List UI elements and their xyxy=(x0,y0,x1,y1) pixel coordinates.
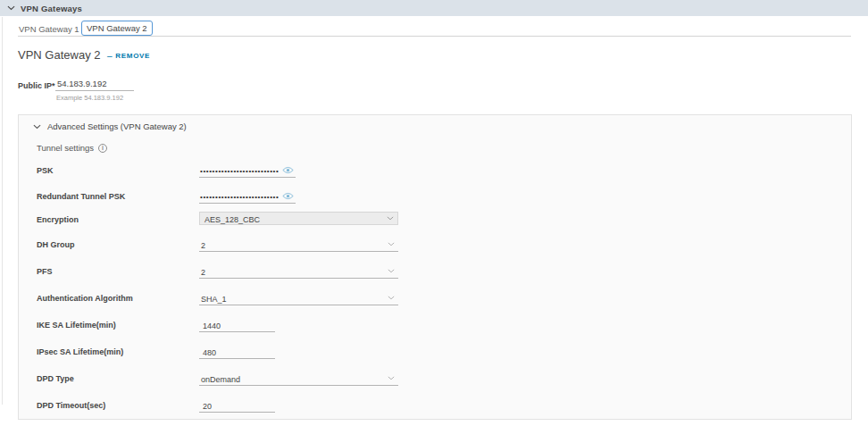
pfs-select[interactable]: 2 xyxy=(199,265,398,279)
dpd-type-label: DPD Type xyxy=(37,374,74,383)
ipsec-sa-lifetime-label: IPsec SA Lifetime(min) xyxy=(37,347,123,356)
encryption-row: Encryption AES_128_CBC xyxy=(19,212,851,227)
eye-icon[interactable] xyxy=(282,192,294,200)
public-ip-label: Public IP* xyxy=(18,81,55,90)
remove-gateway-button[interactable]: – REMOVE xyxy=(107,51,150,61)
chevron-down-icon xyxy=(388,269,395,273)
redundant-psk-input[interactable]: •••••••••••••••••••••••••• xyxy=(199,190,296,204)
ipsec-sa-lifetime-row: IPsec SA Lifetime(min) 480 xyxy=(19,346,851,361)
tunnel-settings-row: Tunnel settings i xyxy=(37,143,107,153)
advanced-settings-header[interactable]: Advanced Settings (VPN Gateway 2) xyxy=(33,121,187,131)
psk-label: PSK xyxy=(37,166,54,175)
auth-algorithm-value: SHA_1 xyxy=(201,295,227,304)
auth-algorithm-select[interactable]: SHA_1 xyxy=(199,292,398,305)
psk-input[interactable]: •••••••••••••••••••••••••• xyxy=(199,164,296,178)
tunnel-settings-label: Tunnel settings xyxy=(37,143,94,153)
psk-masked-value: •••••••••••••••••••••••••• xyxy=(200,167,279,175)
dpd-timeout-label: DPD Timeout(sec) xyxy=(37,401,105,410)
public-ip-input[interactable]: 54.183.9.192 xyxy=(55,79,134,91)
chevron-down-icon xyxy=(387,216,394,221)
ike-sa-lifetime-value: 1440 xyxy=(203,322,221,330)
vpn-gateways-accordion-header[interactable]: VPN Gateways xyxy=(0,0,868,16)
eye-icon[interactable] xyxy=(282,166,294,174)
accordion-title: VPN Gateways xyxy=(21,4,82,13)
chevron-down-icon xyxy=(388,296,395,300)
encryption-label: Encryption xyxy=(37,215,79,224)
tabs-underline xyxy=(18,36,851,37)
dh-group-row: DH Group 2 xyxy=(19,238,851,254)
remove-label: REMOVE xyxy=(115,52,150,60)
advanced-settings-panel: Advanced Settings (VPN Gateway 2) Tunnel… xyxy=(18,114,852,420)
encryption-select[interactable]: AES_128_CBC xyxy=(199,212,398,225)
left-border-line xyxy=(2,17,3,405)
ipsec-sa-lifetime-input[interactable]: 480 xyxy=(199,346,275,359)
ike-sa-lifetime-input[interactable]: 1440 xyxy=(199,319,275,332)
info-icon[interactable]: i xyxy=(98,144,107,153)
pfs-row: PFS 2 xyxy=(19,265,851,280)
auth-algorithm-label: Authentication Algorithm xyxy=(37,294,133,303)
encryption-value: AES_128_CBC xyxy=(204,215,260,224)
ike-sa-lifetime-label: IKE SA Lifetime(min) xyxy=(37,321,116,330)
advanced-settings-title: Advanced Settings (VPN Gateway 2) xyxy=(47,121,187,131)
dh-group-value: 2 xyxy=(201,241,205,250)
redundant-psk-row: Redundant Tunnel PSK •••••••••••••••••••… xyxy=(19,190,851,205)
dpd-type-value: onDemand xyxy=(201,375,240,384)
pfs-value: 2 xyxy=(201,268,205,277)
auth-algorithm-row: Authentication Algorithm SHA_1 xyxy=(19,292,851,307)
dpd-type-select[interactable]: onDemand xyxy=(199,372,398,386)
tab-vpn-gateway-2[interactable]: VPN Gateway 2 xyxy=(81,21,153,36)
dpd-timeout-value: 20 xyxy=(203,402,212,411)
dpd-timeout-row: DPD Timeout(sec) 20 xyxy=(19,399,851,414)
dh-group-label: DH Group xyxy=(37,240,75,249)
dh-group-select[interactable]: 2 xyxy=(199,238,398,252)
pfs-label: PFS xyxy=(37,267,53,276)
ike-sa-lifetime-row: IKE SA Lifetime(min) 1440 xyxy=(19,319,851,334)
vpn-gateways-screen: VPN Gateways VPN Gateway 1 VPN Gateway 2… xyxy=(0,0,868,426)
minus-icon: – xyxy=(107,51,113,61)
ipsec-sa-lifetime-value: 480 xyxy=(203,348,216,357)
dpd-type-row: DPD Type onDemand xyxy=(19,372,851,388)
gateway-title: VPN Gateway 2 xyxy=(18,48,101,62)
chevron-down-icon xyxy=(7,5,15,11)
chevron-down-icon xyxy=(33,124,41,129)
dpd-timeout-input[interactable]: 20 xyxy=(199,399,275,413)
public-ip-helper-text: Example 54.183.9.192 xyxy=(56,94,123,102)
tab-vpn-gateway-1[interactable]: VPN Gateway 1 xyxy=(19,24,79,34)
psk-row: PSK •••••••••••••••••••••••••• xyxy=(19,164,851,180)
chevron-down-icon xyxy=(388,242,395,246)
redundant-psk-label: Redundant Tunnel PSK xyxy=(37,192,125,201)
chevron-down-icon xyxy=(388,376,395,380)
redundant-psk-masked-value: •••••••••••••••••••••••••• xyxy=(200,193,279,201)
